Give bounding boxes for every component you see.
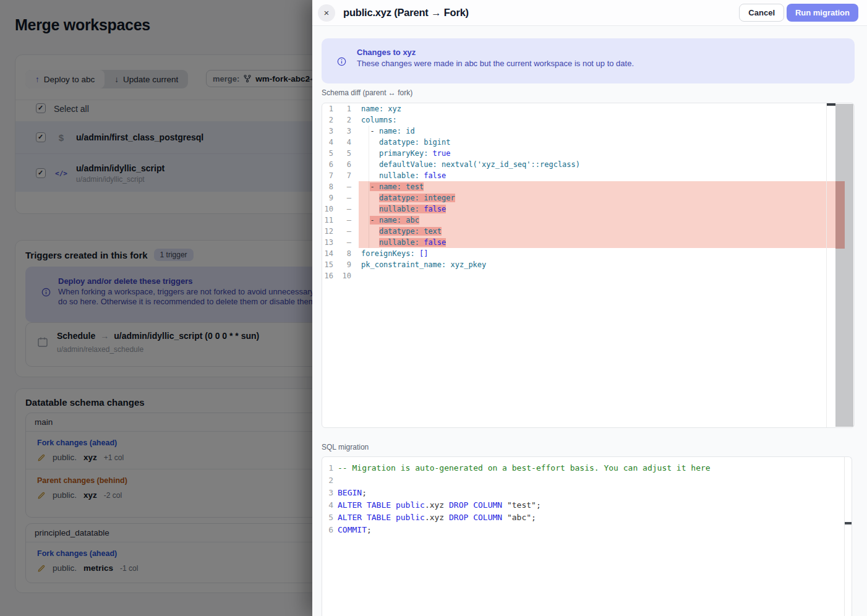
run-migration-button[interactable]: Run migration [787,4,858,22]
code-token: name: id [379,127,415,135]
code-token: COMMIT [338,525,367,534]
modified-line-number: – [333,181,351,192]
cursor-mark [827,103,835,106]
drawer-title: public.xyz (Parent → Fork) [343,7,469,19]
code-token: false [424,171,446,180]
diff-line: 11name: xyz [322,103,835,114]
diff-line: 10– nullable: false [322,203,835,215]
modified-line-number: 7 [333,170,351,181]
banner-title: Changes to xyz [357,48,416,57]
diff-line-content: datatype: integer [359,192,835,203]
code-token: BEGIN [338,488,362,497]
sql-line: 5ALTER TABLE public.xyz DROP COLUMN "abc… [322,511,843,524]
diff-line-content: defaultValue: nextval('xyz_id_seq'::regc… [359,159,835,170]
banner-body: These changes were made in abc but the c… [357,59,634,68]
code-token: ALTER TABLE public [338,500,425,510]
modified-line-number: 3 [333,126,351,137]
code-token: datatype: integer [379,194,455,202]
code-token: ; [362,488,367,497]
code-token: ; [367,525,372,534]
original-line-number: 6 [322,159,333,170]
code-token [361,149,379,158]
sql-line-content: BEGIN; [338,487,367,499]
line-number: 5 [322,511,333,524]
deleted-region-marker [835,181,845,249]
line-number: 2 [322,474,333,487]
modified-line-number: 9 [333,259,351,270]
diff-code: 11name: xyz22columns:33 - name: id44 dat… [322,103,835,281]
diff-line: 66 defaultValue: nextval('xyz_id_seq'::r… [322,159,835,170]
code-token: - [361,127,379,135]
line-number: 4 [322,499,333,511]
code-token: - [370,216,378,225]
sql-line-content: COMMIT; [338,524,372,536]
original-line-number: 2 [322,114,333,126]
code-token [361,205,379,213]
sql-line: 6COMMIT; [322,524,843,536]
code-token [361,138,379,147]
diff-line: 9– datatype: integer [322,192,835,203]
original-line-number: 5 [322,148,333,159]
modified-line-number: – [333,215,351,226]
code-token: foreignKeys: [361,249,419,258]
modified-line-number: 6 [333,159,351,170]
code-token [361,160,379,169]
code-token: false [424,238,446,247]
code-token: "test"; [507,500,541,510]
screen: Merge workspaces ↑ Deploy to abc ↓ Updat… [0,0,867,616]
code-token: nullable: [379,238,424,247]
code-token: DROP COLUMN [449,500,507,510]
diff-line: 33 - name: id [322,126,835,137]
diff-line: 148foreignKeys: [] [322,248,835,259]
sql-line-content: ALTER TABLE public.xyz DROP COLUMN "test… [338,499,541,511]
diff-line-content: - name: test [359,181,835,192]
sql-line: 4ALTER TABLE public.xyz DROP COLUMN "tes… [322,499,843,511]
code-token: columns: [361,116,397,124]
original-line-number: 15 [322,259,333,270]
sql-line-content: ALTER TABLE public.xyz DROP COLUMN "abc"… [338,511,536,524]
code-token [361,194,379,202]
info-icon [337,57,346,66]
diff-line: 11– - name: abc [322,215,835,226]
line-number: 1 [322,462,333,474]
editor-content-edge [826,103,827,427]
sql-line: 2 [322,474,843,487]
code-token: name: test [379,182,424,191]
schema-diff-label: Schema diff (parent ↔ fork) [322,88,412,97]
diff-line-content: datatype: bigint [359,137,835,148]
original-line-number: 13 [322,237,333,248]
code-token [361,171,379,180]
modified-line-number: 1 [333,103,351,114]
original-line-number: 10 [322,203,333,215]
original-line-number: 1 [322,103,333,114]
line-number: 3 [322,487,333,499]
editor-content-edge [844,457,845,616]
sql-code: 1-- Migration is auto-generated on a bes… [322,462,843,536]
diff-line-content: datatype: text [359,226,835,237]
modified-line-number: 2 [333,114,351,126]
modified-line-number: 10 [333,270,351,281]
cancel-button[interactable]: Cancel [739,4,784,22]
modified-line-number: – [333,203,351,215]
close-button[interactable]: × [318,4,335,22]
original-line-number: 8 [322,181,333,192]
sql-line-content: -- Migration is auto-generated on a best… [338,462,711,474]
code-token: "abc"; [507,513,536,522]
modified-line-number: 8 [333,248,351,259]
sql-migration-label: SQL migration [322,443,369,451]
original-line-number: 16 [322,270,333,281]
code-token: .xyz [425,513,449,522]
cursor-mark [845,522,852,524]
diff-scrollbar[interactable] [835,104,853,427]
modified-line-number: – [333,226,351,237]
diff-line: 159pk_constraint_name: xyz_pkey [322,259,835,270]
original-line-number: 4 [322,137,333,148]
diff-line: 77 nullable: false [322,170,835,181]
line-number: 6 [322,524,333,536]
sql-migration-editor[interactable]: 1-- Migration is auto-generated on a bes… [322,456,852,616]
original-line-number: 12 [322,226,333,237]
close-icon: × [324,7,330,18]
original-line-number: 11 [322,215,333,226]
code-token: false [424,205,446,213]
schema-diff-editor[interactable]: 11name: xyz22columns:33 - name: id44 dat… [322,103,855,428]
